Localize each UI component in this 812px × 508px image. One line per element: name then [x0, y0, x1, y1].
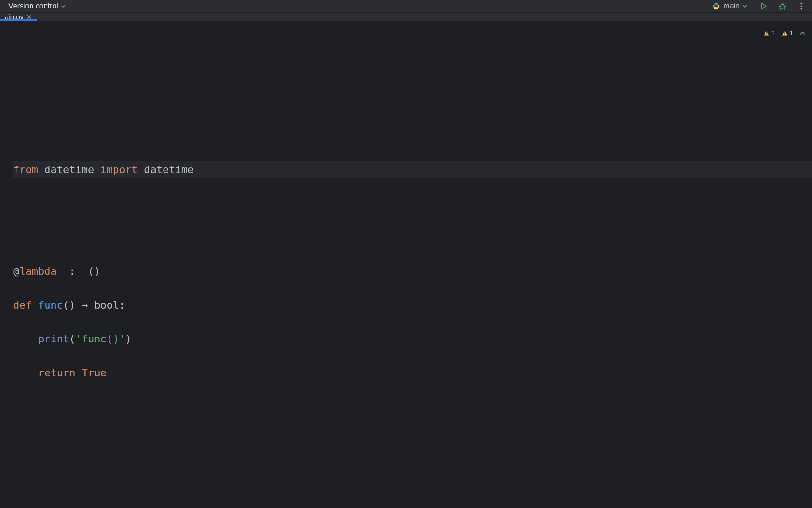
- inspections-widget[interactable]: 1 1: [761, 24, 807, 43]
- version-control-dropdown[interactable]: Version control: [5, 0, 70, 12]
- toolbar-right: main: [708, 0, 807, 12]
- module-name: datetime: [38, 164, 100, 175]
- warning-count: 1: [789, 25, 793, 42]
- warning-icon: [781, 30, 788, 37]
- kw-import: import: [100, 164, 137, 175]
- svg-point-0: [715, 3, 715, 4]
- kw-true: True: [82, 367, 107, 379]
- indent: [13, 367, 38, 379]
- svg-rect-8: [784, 32, 785, 34]
- builtin-print: print: [38, 333, 69, 345]
- editor-tabbar: ain.py: [0, 13, 812, 21]
- svg-point-2: [781, 5, 784, 8]
- kw-def: def: [13, 299, 38, 311]
- warning-count: 1: [771, 25, 775, 42]
- more-vertical-icon: [796, 1, 806, 11]
- run-configuration-dropdown[interactable]: main: [708, 0, 751, 12]
- kw-from: from: [13, 164, 38, 175]
- editor-area: 1 1 from datetime import datetime @lambd…: [0, 21, 812, 508]
- imported-name: datetime: [138, 164, 194, 175]
- svg-point-5: [801, 8, 802, 9]
- debug-button[interactable]: [776, 0, 789, 12]
- kw-return: return: [38, 367, 82, 379]
- chevron-down-icon: [742, 4, 747, 8]
- svg-rect-7: [766, 35, 767, 35]
- chevron-up-icon: [800, 31, 805, 36]
- svg-rect-9: [784, 35, 785, 35]
- inspection-warning-2[interactable]: 1: [780, 24, 795, 43]
- string-literal: 'func()': [75, 333, 125, 345]
- gutter[interactable]: [0, 21, 13, 508]
- return-type: bool: [88, 299, 119, 311]
- inspection-warning-1[interactable]: 1: [761, 24, 777, 43]
- paren-close: ): [125, 333, 131, 345]
- code-editor[interactable]: 1 1 from datetime import datetime @lambd…: [13, 21, 812, 508]
- parens: (): [63, 299, 82, 311]
- svg-point-4: [801, 6, 802, 7]
- return-arrow: →: [82, 299, 88, 311]
- version-control-label: Version control: [8, 2, 58, 10]
- editor-tab[interactable]: ain.py: [0, 13, 37, 21]
- run-button[interactable]: [757, 0, 770, 12]
- paren-open: (: [69, 333, 75, 345]
- close-icon[interactable]: [26, 14, 32, 20]
- svg-point-1: [718, 8, 718, 9]
- inspection-collapse[interactable]: [798, 30, 807, 37]
- colon: :: [119, 299, 125, 311]
- run-config-name: main: [723, 2, 740, 10]
- python-icon: [712, 2, 720, 10]
- svg-point-3: [801, 3, 802, 4]
- more-button[interactable]: [795, 0, 807, 12]
- function-name: func: [38, 299, 63, 311]
- chevron-down-icon: [61, 4, 66, 8]
- code-content: from datetime import datetime @lambda _:…: [13, 144, 812, 483]
- tab-label: ain.py: [5, 13, 23, 21]
- indent: [13, 333, 38, 345]
- top-toolbar: Version control main: [0, 0, 812, 13]
- warning-icon: [763, 30, 770, 37]
- lambda-body: _: _(): [57, 265, 101, 277]
- decorator-at: @: [13, 265, 19, 277]
- play-icon: [759, 1, 768, 11]
- toolbar-left: Version control: [5, 0, 70, 12]
- svg-rect-6: [766, 32, 767, 34]
- bug-icon: [778, 1, 787, 11]
- kw-lambda: lambda: [19, 265, 56, 277]
